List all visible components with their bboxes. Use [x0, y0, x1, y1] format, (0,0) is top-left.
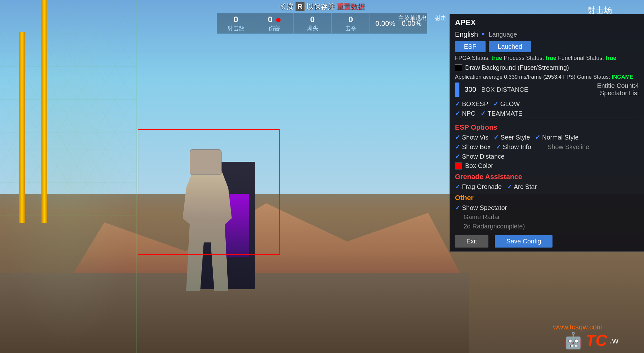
check-show-spectator[interactable]: ✓ Show Spectator [455, 204, 507, 212]
distance-slider[interactable] [455, 83, 459, 97]
stat-kills: 0 击杀 [332, 13, 370, 34]
yellow-pole-2 [41, 0, 47, 223]
dropdown-triangle-icon: ▼ [480, 32, 486, 37]
other-row-1: ✓ Show Spectator [455, 204, 639, 212]
draw-bg-color-swatch[interactable] [455, 64, 462, 71]
other-row-2: Game Radar [455, 213, 639, 221]
language-value: English [455, 30, 478, 39]
box-color-row: Box Color [455, 162, 639, 169]
language-selector[interactable]: English ▼ [455, 30, 486, 39]
stat-headshot: 0 爆头 [293, 13, 332, 34]
check-show-info[interactable]: ✓ Show Info [496, 143, 531, 151]
entity-count: Entitie Count:4 [597, 82, 639, 90]
box-distance-label: BOX DISTANCE [481, 86, 528, 93]
check-arc-star[interactable]: ✓ Arc Star [507, 183, 537, 191]
check-normal-style[interactable]: ✓ Normal Style [535, 133, 578, 141]
control-panel: APEX English ▼ Language ESP Lauched FPGA… [450, 14, 644, 252]
watermark-url: .w [610, 335, 618, 346]
red-dot [276, 18, 281, 22]
stat-damage: 0 伤害 [255, 13, 293, 34]
check-show-vis[interactable]: ✓ Show Vis [455, 133, 488, 141]
other-row-3: 2d Radar(incomplete) [455, 223, 639, 230]
yellow-pole-1 [19, 32, 25, 223]
checkbox-row-2: ✓ NPC ✓ TEAMMATE [455, 110, 639, 117]
check-show-skyeline[interactable]: Show Skyeline [536, 143, 589, 151]
draw-bg-label: Draw Background (Fuser/Streaming) [465, 64, 569, 71]
check-frag-grenade[interactable]: ✓ Frag Grenade [455, 183, 502, 191]
check-seer-style[interactable]: ✓ Seer Style [494, 133, 530, 141]
box-color-swatch[interactable] [455, 162, 462, 169]
check-teammate[interactable]: ✓ TEAMMATE [480, 110, 523, 117]
watermark-tc: TC [586, 331, 607, 350]
spectator-list-label: Spectator List [597, 90, 639, 97]
box-color-label: Box Color [465, 162, 493, 169]
draw-bg-row: Draw Background (Fuser/Streaming) [455, 64, 639, 71]
tab-esp-button[interactable]: ESP [455, 41, 486, 52]
grenade-row: ✓ Frag Grenade ✓ Arc Star [455, 183, 639, 191]
check-show-box[interactable]: ✓ Show Box [455, 143, 491, 151]
check-game-radar[interactable]: Game Radar [455, 213, 500, 221]
panel-title: APEX [455, 18, 639, 27]
check-show-distance[interactable]: ✓ Show Distance [455, 153, 504, 160]
esp-options-title: ESP Options [455, 123, 639, 132]
language-row: English ▼ Language [455, 30, 639, 39]
grenade-title: Grenade Assistance [455, 173, 639, 181]
top-right-ui: 主菜单退出 射击 [398, 14, 446, 22]
check-npc[interactable]: ✓ NPC [455, 110, 475, 117]
esp-row-1: ✓ Show Vis ✓ Seer Style ✓ Normal Style [455, 133, 639, 141]
watermark-robot-icon: 🤖 TC .w [563, 331, 618, 350]
player-bounding-box [138, 129, 280, 255]
stat-row: 0 射击数 0 伤害 0 爆头 0 击杀 0.00% 0.00% [217, 13, 427, 34]
tab-row: ESP Lauched [455, 41, 639, 52]
stat-shots: 0 射击数 [217, 13, 255, 34]
language-label: Language [489, 31, 517, 38]
bottom-buttons: Exit Save Config [455, 235, 639, 248]
other-title: Other [455, 194, 639, 202]
checkbox-row-1: ✓ BOXESP ✓ GLOW [455, 100, 639, 108]
status-row: FPGA Status: true Process Status: true F… [455, 55, 639, 61]
check-boxesp[interactable]: ✓ BOXESP [455, 100, 488, 108]
check-2d-radar[interactable]: 2d Radar(incomplete) [455, 223, 525, 230]
save-config-button[interactable]: Save Config [495, 235, 553, 248]
slider-value: 300 [465, 85, 476, 94]
esp-row-2: ✓ Show Box ✓ Show Info Show Skyeline [455, 143, 639, 151]
divider-1 [455, 120, 639, 120]
app-avg-row: Application average 0.339 ms/frame (2953… [455, 74, 639, 80]
watermark-site: www.tcsqw.com [553, 323, 603, 331]
r-key-badge: R [295, 2, 305, 11]
exit-button[interactable]: Exit [455, 235, 488, 248]
tab-lauched-button[interactable]: Lauched [489, 41, 531, 52]
esp-row-3: ✓ Show Distance [455, 153, 639, 160]
check-glow[interactable]: ✓ GLOW [493, 100, 520, 108]
save-hint-text: 长按 R 以保存并 重置数据 [279, 2, 365, 11]
